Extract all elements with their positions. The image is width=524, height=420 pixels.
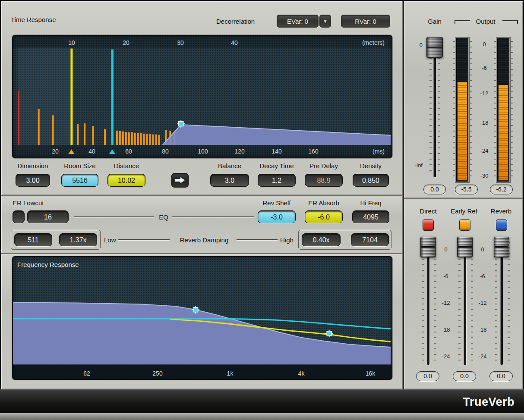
decay-time-value[interactable]: 1.2 xyxy=(258,174,296,187)
balance-label: Balance xyxy=(218,162,241,169)
tick-label: -30 xyxy=(475,172,494,179)
tick-label: 60 xyxy=(125,148,132,155)
room-size-label: Room Size xyxy=(64,162,95,169)
early-ref-value[interactable]: 0.0 xyxy=(453,371,476,381)
tick-label: 0 xyxy=(405,42,424,48)
tick-label: -18 xyxy=(475,119,494,126)
rev-shelf-value[interactable]: -3.0 xyxy=(258,210,296,223)
output-bracket-left xyxy=(455,20,470,24)
reverb-mute-button[interactable] xyxy=(496,219,507,231)
evar-dropdown-button[interactable]: ▼ xyxy=(319,15,331,28)
reverb-fader-handle[interactable] xyxy=(494,237,509,257)
er-lowcut-toggle[interactable] xyxy=(13,210,25,223)
damping-high-freq-value[interactable]: 7104 xyxy=(351,233,389,246)
mix-scale-1: 0-6-12-18-24 xyxy=(436,199,455,390)
tick-label: 140 xyxy=(271,148,281,155)
gain-scale: 0-Inf xyxy=(405,1,424,199)
reflection-bar xyxy=(70,49,73,145)
early-ref-fader-handle[interactable] xyxy=(457,237,473,257)
hi-freq-value[interactable]: 4095 xyxy=(352,210,389,223)
tick-label: 0 xyxy=(475,41,494,47)
trueverb-plugin: Time Response Decorrelation EVar: 0 ▼ RV… xyxy=(0,0,524,420)
er-absorb-label: ER Absorb xyxy=(308,199,339,207)
eq-label: EQ xyxy=(159,213,168,221)
early-ref-ticks-left xyxy=(458,242,461,364)
tick-label: 100 xyxy=(198,148,208,155)
reflection-bar xyxy=(111,50,114,145)
link-arrow-button[interactable] xyxy=(171,173,189,188)
reflection-bar xyxy=(77,124,79,145)
time-response-graph: 10203040 (meters) 20406080100120140160 (… xyxy=(12,35,392,158)
output-meter-left-value[interactable]: -5.5 xyxy=(455,185,478,194)
dimension-value[interactable]: 3.00 xyxy=(16,174,50,187)
direct-label: Direct xyxy=(420,207,436,215)
distance-value[interactable]: 10.02 xyxy=(107,174,145,187)
pre-delay-value[interactable]: 88.9 xyxy=(305,174,343,187)
tick-label: -6 xyxy=(473,273,492,279)
reverb-damping-label: Reverb Damping xyxy=(180,236,229,244)
reflection-bar xyxy=(143,134,145,145)
tick-label: 80 xyxy=(162,148,169,155)
room-size-control: Room Size 5516 xyxy=(61,162,98,187)
frequency-response-plot xyxy=(13,257,391,379)
evar-button[interactable]: EVar: 0 xyxy=(277,15,319,28)
freq-scale: 622501k4k16k xyxy=(13,370,391,378)
density-value[interactable]: 0.850 xyxy=(353,174,389,187)
damping-low-ratio-value[interactable]: 1.37x xyxy=(59,233,97,246)
tick-label: 62 xyxy=(83,370,90,377)
rvar-button[interactable]: RVar: 0 xyxy=(341,15,390,28)
output-meter-right-fill xyxy=(499,85,508,180)
early-ref-fader-track[interactable] xyxy=(464,240,466,365)
mix-scale-2: 0-6-12-18-24 xyxy=(473,199,492,390)
damping-divider-right xyxy=(237,239,278,240)
damping-divider-left xyxy=(118,239,170,240)
tick-label: 20 xyxy=(123,39,129,46)
damping-low-label: Low xyxy=(104,236,116,244)
direct-fader-track[interactable] xyxy=(427,240,429,365)
chevron-down-icon: ▼ xyxy=(323,19,328,24)
output-label: Output xyxy=(476,18,495,25)
gain-value[interactable]: 0.0 xyxy=(423,185,446,194)
tick-label: 16k xyxy=(366,370,376,377)
freq-handle-absorb[interactable] xyxy=(325,330,333,338)
gain-fader-track[interactable] xyxy=(434,38,436,177)
tick-label: -6 xyxy=(436,273,455,279)
reflection-bar xyxy=(38,109,40,145)
tick-label: 160 xyxy=(308,148,318,155)
er-lowcut-value[interactable]: 16 xyxy=(27,210,69,223)
ms-unit-label: (ms) xyxy=(372,148,385,155)
meter-right-ticks-inner xyxy=(494,41,496,179)
reflection-bar xyxy=(84,123,85,145)
reverb-fader-track[interactable] xyxy=(501,240,503,365)
direct-mute-button[interactable] xyxy=(423,219,434,231)
tick-label: 4k xyxy=(298,370,305,377)
meters-unit-label: (meters) xyxy=(362,39,385,46)
reverb-ticks-left xyxy=(495,242,497,364)
trueverb-logo: TrueVerb xyxy=(463,395,515,409)
rev-shelf-label: Rev Shelf xyxy=(262,199,290,207)
eq-panel: ER Lowcut 16 EQ Rev Shelf -3.0 ER Absorb… xyxy=(1,195,403,254)
output-meter-right-value[interactable]: -6.2 xyxy=(490,185,513,194)
ms-scale: 20406080100120140160 xyxy=(13,148,391,156)
distance-control: Distance 10.02 xyxy=(107,162,145,187)
gain-ticks-left xyxy=(429,41,432,176)
room-size-value[interactable]: 5516 xyxy=(61,174,98,187)
gain-fader-handle[interactable] xyxy=(426,37,443,58)
pre-delay-label: Pre Delay xyxy=(309,162,338,169)
direct-fader-handle[interactable] xyxy=(420,237,436,257)
er-absorb-value[interactable]: -6.0 xyxy=(305,210,343,223)
reflection-bar xyxy=(158,135,160,145)
direct-value[interactable]: 0.0 xyxy=(416,371,439,381)
frequency-response-graph: Frequency Response 622501k4k16k xyxy=(12,256,392,380)
reflection-bar xyxy=(119,131,121,145)
tick-label: 40 xyxy=(88,148,95,155)
reflection-bar xyxy=(92,126,94,145)
damping-high-ratio-value[interactable]: 0.40x xyxy=(302,233,341,246)
damping-low-freq-value[interactable]: 511 xyxy=(14,233,52,246)
time-response-plot xyxy=(13,36,391,157)
tick-label: -12 xyxy=(436,300,455,306)
reverb-value[interactable]: 0.0 xyxy=(489,371,513,381)
reflection-bar xyxy=(134,133,136,145)
balance-value[interactable]: 3.0 xyxy=(210,174,249,187)
early-ref-mute-button[interactable] xyxy=(459,219,470,231)
